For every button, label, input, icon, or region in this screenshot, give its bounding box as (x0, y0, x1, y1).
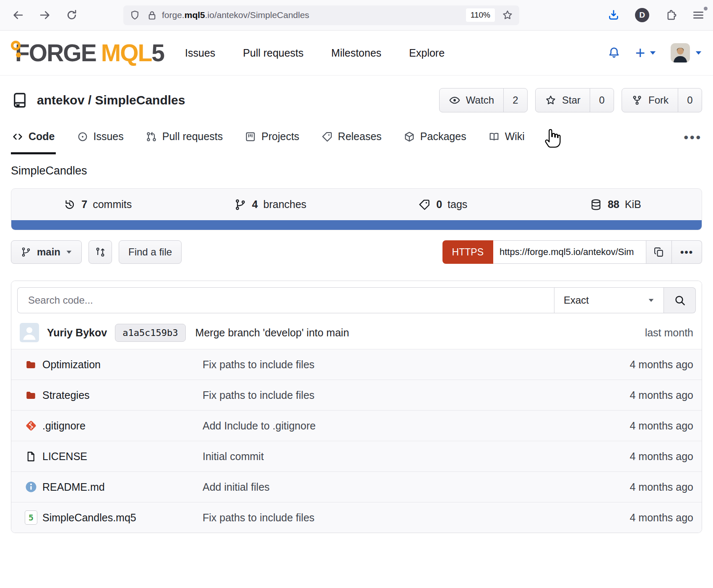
url-bar[interactable]: forge.mql5.io/antekov/SimpleCandles 110% (123, 5, 519, 25)
commit-time: last month (645, 327, 693, 339)
clone-more-button[interactable]: ••• (672, 240, 702, 264)
chevron-down-icon (695, 50, 702, 56)
browser-toolbar: forge.mql5.io/antekov/SimpleCandles 110%… (0, 0, 713, 31)
search-submit-button[interactable] (664, 287, 696, 313)
forward-arrow-icon (39, 9, 51, 21)
user-avatar (671, 43, 690, 62)
tab-projects[interactable]: Projects (244, 121, 300, 154)
browser-back-button[interactable] (8, 5, 28, 25)
branch-selector[interactable]: main (11, 240, 82, 264)
create-new-button[interactable]: + (635, 44, 656, 61)
nav-item-issues[interactable]: Issues (185, 47, 215, 59)
fork-button[interactable]: Fork (622, 88, 678, 112)
tab-issues[interactable]: Issues (76, 121, 125, 154)
commit-author-name[interactable]: Yuriy Bykov (47, 327, 107, 339)
notifications-bell-button[interactable] (607, 46, 621, 60)
stat-tags[interactable]: 0 tags (356, 198, 529, 211)
file-name[interactable]: .gitignore (42, 420, 203, 432)
file-name[interactable]: Strategies (42, 389, 203, 401)
copy-icon (653, 246, 665, 258)
file-name[interactable]: Optimization (42, 359, 203, 371)
commit-message[interactable]: Merge branch 'develop' into main (195, 327, 349, 339)
language-bar[interactable] (11, 220, 702, 230)
eye-icon (449, 94, 461, 106)
nav-item-explore[interactable]: Explore (409, 47, 445, 59)
file-commit-message[interactable]: Fix paths to include files (203, 359, 630, 371)
download-icon (607, 9, 620, 21)
file-commit-message[interactable]: Initial commit (203, 450, 630, 463)
copy-url-button[interactable] (646, 240, 672, 264)
star-button[interactable]: Star (536, 88, 590, 112)
shield-icon[interactable] (129, 10, 141, 21)
mouse-cursor-hand (543, 126, 562, 148)
site-header: FORGEMQL5 Issues Pull requests Milestone… (0, 31, 713, 75)
browser-forward-button[interactable] (35, 5, 55, 25)
search-icon (674, 294, 686, 307)
puzzle-extensions-icon (664, 9, 677, 21)
hamburger-menu-icon (692, 9, 705, 21)
file-name[interactable]: SimpleCandles.mq5 (42, 512, 203, 524)
commit-author-avatar (20, 323, 39, 342)
search-mode-select[interactable]: Exact (554, 287, 664, 313)
file-browser-card: Exact Yuriy Bykov a1a5c159b3 Merge branc… (11, 281, 702, 533)
watch-button[interactable]: Watch (440, 88, 503, 112)
stat-commits[interactable]: 7 commits (11, 198, 184, 211)
watch-count[interactable]: 2 (503, 88, 527, 112)
forge-mql5-logo[interactable]: FORGEMQL5 (11, 39, 164, 67)
chevron-down-icon (649, 50, 656, 56)
logo-mql-text: MQL (101, 39, 152, 67)
file-row: 5 SimpleCandles.mq5 Fix paths to include… (11, 502, 702, 533)
find-file-button[interactable]: Find a file (119, 240, 182, 264)
tab-wiki[interactable]: Wiki (487, 121, 526, 154)
stat-size: 88 KiB (529, 198, 702, 211)
user-menu[interactable] (671, 43, 702, 62)
tab-releases[interactable]: Releases (320, 121, 383, 154)
file-commit-message[interactable]: Add initial files (203, 481, 630, 493)
chevron-down-icon (66, 250, 72, 255)
wiki-book-icon (488, 131, 500, 143)
browser-reload-button[interactable] (62, 5, 81, 25)
clone-url-input[interactable] (493, 240, 646, 264)
tab-pull-requests[interactable]: Pull requests (145, 121, 224, 154)
tabs-overflow-button[interactable]: ••• (684, 121, 702, 154)
file-commit-time: 4 months ago (630, 450, 694, 463)
file-row: LICENSE Initial commit 4 months ago (11, 441, 702, 471)
https-protocol-button[interactable]: HTTPS (442, 240, 493, 264)
database-icon (590, 198, 602, 211)
file-commit-message[interactable]: Fix paths to include files (203, 389, 630, 401)
nav-item-milestones[interactable]: Milestones (331, 47, 382, 59)
browser-menu-button[interactable] (692, 9, 705, 21)
projects-board-icon (245, 131, 256, 143)
star-count[interactable]: 0 (590, 88, 614, 112)
commit-hash-badge[interactable]: a1a5c159b3 (115, 324, 185, 342)
latest-commit-row: Yuriy Bykov a1a5c159b3 Merge branch 'dev… (11, 319, 702, 349)
branch-icon (21, 247, 31, 258)
plus-icon: + (635, 44, 645, 61)
star-icon (545, 94, 557, 106)
watch-label: Watch (466, 94, 494, 106)
stat-branches[interactable]: 4 branches (184, 198, 357, 211)
bookmark-star-icon[interactable] (502, 9, 513, 21)
tab-packages[interactable]: Packages (403, 121, 467, 154)
fork-count[interactable]: 0 (678, 88, 702, 112)
repo-title[interactable]: antekov / SimpleCandles (37, 93, 185, 107)
downloads-button[interactable] (607, 9, 620, 21)
repo-tab-bar: Code Issues Pull requests Projects Relea… (0, 121, 713, 154)
compare-branches-button[interactable] (88, 240, 112, 264)
tab-code[interactable]: Code (11, 121, 56, 154)
nav-item-pull-requests[interactable]: Pull requests (243, 47, 304, 59)
file-commit-message[interactable]: Fix paths to include files (203, 512, 630, 524)
file-commit-message[interactable]: Add Include to .gitignore (203, 420, 630, 432)
lock-icon[interactable] (146, 10, 158, 21)
browser-profile-badge[interactable]: D (635, 8, 649, 22)
file-commit-time: 4 months ago (630, 512, 694, 524)
issue-circle-icon (77, 131, 88, 143)
zoom-level-badge[interactable]: 110% (466, 8, 495, 22)
extensions-button[interactable] (664, 9, 677, 21)
git-file-icon (25, 419, 42, 432)
file-name[interactable]: LICENSE (42, 450, 203, 463)
pull-request-icon (146, 131, 157, 143)
file-commit-time: 4 months ago (630, 420, 694, 432)
file-name[interactable]: README.md (42, 481, 203, 493)
search-code-input[interactable] (17, 287, 554, 313)
